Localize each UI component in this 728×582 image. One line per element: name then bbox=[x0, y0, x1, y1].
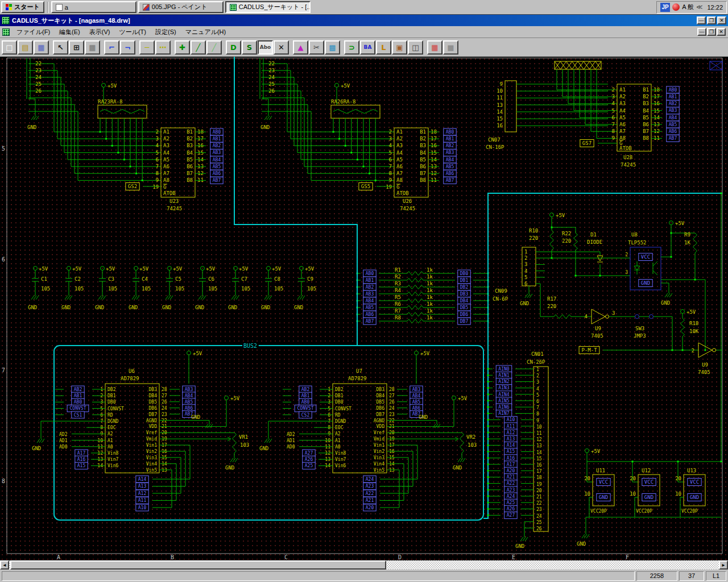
scroll-right-button[interactable]: ► bbox=[719, 560, 728, 569]
svg-text:26: 26 bbox=[268, 88, 275, 94]
layer-l-button[interactable]: L bbox=[376, 40, 391, 55]
svg-text:25: 25 bbox=[35, 81, 42, 87]
line-dotted-button[interactable]: ⋯ bbox=[155, 40, 171, 55]
menubar: ファイル(F)編集(E)表示(V)ツール(T)設定(S)マニュアル(H) —❐✕ bbox=[0, 26, 728, 38]
svg-text:SW3: SW3 bbox=[635, 326, 644, 331]
svg-text:GND: GND bbox=[453, 465, 462, 471]
ba-button[interactable]: BA bbox=[360, 40, 375, 55]
select-window-button[interactable]: ⊞ bbox=[69, 40, 84, 55]
menu-item-5[interactable]: 設定(S) bbox=[151, 27, 181, 38]
open-button[interactable]: ▤ bbox=[18, 40, 33, 55]
gate-place-button[interactable]: ⊃ bbox=[344, 40, 359, 55]
line-diagonal-button[interactable]: ╱ bbox=[191, 40, 206, 55]
cadlus-icon bbox=[230, 4, 237, 11]
svg-text:Vmid: Vmid bbox=[146, 436, 157, 442]
menu-item-2[interactable]: 編集(E) bbox=[55, 27, 85, 38]
svg-text:105: 105 bbox=[75, 286, 84, 292]
svg-text:+5V: +5V bbox=[39, 266, 48, 272]
svg-text:DB3: DB3 bbox=[149, 387, 158, 392]
toolbar-separator bbox=[341, 40, 344, 54]
svg-text:B3: B3 bbox=[643, 101, 649, 106]
schematic-drawing[interactable]: ABCDEF56782223242526GND+5VRA23RA-8A1A2A3… bbox=[0, 57, 728, 560]
wire-draw-button[interactable]: ✚ bbox=[175, 40, 190, 55]
select-button[interactable]: ↖ bbox=[53, 40, 68, 55]
scrollbar-track[interactable] bbox=[9, 560, 719, 569]
window-minimize-button[interactable]: — bbox=[697, 16, 706, 24]
svg-text:A7: A7 bbox=[619, 128, 626, 134]
svg-text:ATOB: ATOB bbox=[396, 190, 409, 196]
svg-text:22: 22 bbox=[268, 61, 275, 66]
svg-text:AB4: AB4 bbox=[213, 157, 221, 163]
delete-button[interactable]: ✕ bbox=[274, 40, 289, 55]
text-tool-button[interactable]: Abo bbox=[258, 40, 273, 55]
svg-text:U11: U11 bbox=[596, 468, 605, 473]
line-diagonal-light-button[interactable]: ╱ bbox=[206, 40, 222, 55]
start-button[interactable]: スタート bbox=[1, 1, 44, 13]
statusbar: 2258 37 L1 bbox=[0, 569, 728, 582]
tray-chevron[interactable]: ≪ bbox=[696, 3, 703, 11]
svg-text:6: 6 bbox=[156, 157, 159, 163]
line-yellow-button[interactable]: ─ bbox=[139, 40, 155, 55]
scroll-left-button[interactable]: ◄ bbox=[0, 560, 9, 569]
svg-text:4: 4 bbox=[536, 386, 539, 392]
grid-red-button[interactable]: ▦ bbox=[427, 40, 442, 55]
svg-text:AIN7: AIN7 bbox=[498, 411, 509, 416]
triangle-button[interactable]: ▲ bbox=[293, 40, 308, 55]
wire-corner-button[interactable]: ⌐ bbox=[104, 40, 119, 55]
square-grey-button[interactable]: ■ bbox=[443, 40, 458, 55]
mdi-close-button[interactable]: ✕ bbox=[717, 28, 726, 36]
schematic-canvas[interactable]: ABCDEF56782223242526GND+5VRA23RA-8A1A2A3… bbox=[0, 57, 728, 560]
ime-red-icon[interactable] bbox=[672, 3, 680, 11]
svg-text:AB5: AB5 bbox=[669, 122, 677, 127]
svg-text:A7: A7 bbox=[163, 171, 169, 176]
menu-item-6[interactable]: マニュアル(H) bbox=[181, 27, 231, 38]
svg-text:EOC: EOC bbox=[107, 425, 116, 430]
svg-text:AB5: AB5 bbox=[185, 400, 193, 405]
menu-item-3[interactable]: 表示(V) bbox=[85, 27, 115, 38]
svg-text:B8: B8 bbox=[643, 135, 649, 141]
menu-item-1[interactable]: ファイル(F) bbox=[12, 27, 55, 38]
grid-toggle-button[interactable]: ▦ bbox=[85, 40, 100, 55]
svg-text:9: 9 bbox=[536, 418, 539, 423]
mdi-minimize-button[interactable]: — bbox=[697, 28, 706, 36]
mdi-restore-button[interactable]: ❐ bbox=[707, 28, 716, 36]
part-place-button[interactable]: D bbox=[226, 40, 241, 55]
ime-jp-indicator[interactable]: JP bbox=[660, 3, 670, 12]
svg-text:DB2: DB2 bbox=[107, 387, 116, 392]
svg-text:AB1: AB1 bbox=[213, 136, 221, 142]
svg-text:VR1: VR1 bbox=[239, 434, 248, 440]
svg-text:3: 3 bbox=[612, 94, 615, 99]
horizontal-scrollbar[interactable]: ◄ ► bbox=[0, 560, 728, 569]
titlebar[interactable]: CADLUS_サーキット - [nagasm_48.drw] —❐✕ bbox=[0, 15, 728, 26]
svg-text:A20: A20 bbox=[507, 468, 515, 473]
block-button[interactable]: ▩ bbox=[325, 40, 340, 55]
svg-text:Vin4: Vin4 bbox=[374, 462, 384, 467]
signal-button[interactable]: S bbox=[242, 40, 257, 55]
print-button[interactable]: ◫ bbox=[408, 40, 423, 55]
svg-text:VCC: VCC bbox=[599, 479, 608, 485]
svg-text:U28: U28 bbox=[623, 155, 632, 160]
svg-text:GND: GND bbox=[641, 280, 650, 286]
wire-corner-2-button[interactable]: ¬ bbox=[120, 40, 135, 55]
taskbar-window-3[interactable]: CADLUS_サーキット - [... bbox=[225, 1, 311, 13]
wire-cut-button[interactable]: ✂ bbox=[309, 40, 324, 55]
menu-item-4[interactable]: ツール(T) bbox=[114, 27, 151, 38]
window-close-button[interactable]: ✕ bbox=[717, 16, 726, 24]
svg-text:A1: A1 bbox=[396, 129, 403, 135]
svg-text:1: 1 bbox=[524, 249, 527, 255]
svg-text:3: 3 bbox=[156, 136, 159, 142]
scrollbar-thumb[interactable] bbox=[10, 560, 386, 569]
ime-mode-indicator[interactable]: A 般 bbox=[682, 3, 694, 11]
svg-text:GND: GND bbox=[515, 543, 524, 549]
image-button[interactable]: ▣ bbox=[392, 40, 407, 55]
svg-text:A4: A4 bbox=[163, 150, 169, 156]
window-restore-button[interactable]: ❐ bbox=[707, 16, 716, 24]
taskbar-window-2[interactable]: 005.JPG - ペイント bbox=[138, 1, 224, 13]
svg-text:B5: B5 bbox=[420, 157, 426, 163]
taskbar-window-1[interactable]: a bbox=[51, 1, 136, 13]
svg-text:ATOB: ATOB bbox=[619, 146, 632, 151]
status-layer: L1 bbox=[706, 571, 726, 581]
save-button[interactable]: ▦ bbox=[34, 40, 49, 55]
new-button[interactable]: □ bbox=[2, 40, 17, 55]
svg-text:AB5: AB5 bbox=[213, 164, 221, 169]
